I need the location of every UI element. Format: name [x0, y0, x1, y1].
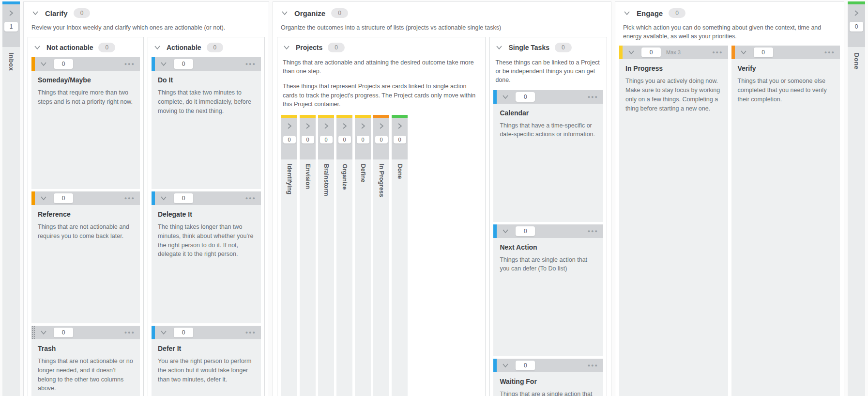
more-menu-icon[interactable]: ●●● [588, 229, 598, 234]
expand-right-icon[interactable] [396, 122, 404, 130]
card-title: Waiting For [500, 378, 597, 385]
card-max-label: Max 3 [666, 49, 681, 55]
projects-title: Projects [296, 44, 322, 51]
done-collapsed-column[interactable]: 0 Done [848, 1, 865, 396]
card-header[interactable]: 0 ●●● [31, 191, 140, 205]
chevron-down-icon[interactable] [502, 93, 509, 101]
card-description: Things that have a time-specific or date… [500, 121, 597, 140]
card-header[interactable]: 0 ●●● [152, 57, 261, 71]
card-header[interactable]: 0 ●●● [152, 326, 261, 339]
more-menu-icon[interactable]: ●●● [712, 50, 723, 55]
expand-right-icon[interactable] [304, 122, 312, 130]
chevron-down-icon[interactable] [495, 44, 503, 51]
card-body[interactable]: Verify Things that you or someone else c… [731, 59, 840, 396]
card-body[interactable]: Trash Things that are not actionable or … [31, 339, 140, 396]
organize-header[interactable]: Organize 0 [277, 6, 607, 19]
more-menu-icon[interactable]: ●●● [245, 196, 256, 201]
inbox-collapsed-column[interactable]: 1 Inbox [2, 1, 20, 396]
stage-label: Define [360, 164, 366, 396]
card-body[interactable]: In Progress Things you are actively doin… [619, 59, 728, 396]
card-count-badge: 0 [516, 361, 535, 370]
stage-identifying[interactable]: 0 Identifying [281, 115, 297, 396]
done-rail-body: Done [848, 47, 865, 396]
card-header[interactable]: 0 ●●● [152, 191, 261, 205]
card-header[interactable]: 0 ●●● [493, 359, 603, 372]
stage-done[interactable]: 0 Done [392, 115, 408, 396]
expand-right-icon[interactable] [7, 9, 15, 17]
chevron-down-icon[interactable] [627, 48, 635, 56]
more-menu-icon[interactable]: ●●● [124, 62, 135, 66]
chevron-down-icon[interactable] [740, 48, 747, 56]
expand-right-icon[interactable] [359, 122, 367, 130]
card-body[interactable]: Waiting For Things that are a single act… [493, 372, 603, 396]
not-actionable-count-badge: 0 [98, 43, 115, 52]
card-body[interactable]: Delegate It The thing takes longer than … [152, 205, 261, 323]
expand-right-icon[interactable] [286, 122, 293, 130]
inbox-rail-body: Inbox [2, 47, 20, 396]
chevron-down-icon[interactable] [281, 9, 289, 17]
chevron-down-icon[interactable] [623, 9, 631, 17]
expand-right-icon[interactable] [322, 122, 330, 130]
card-count-badge: 0 [641, 48, 661, 57]
single-tasks-header[interactable]: Single Tasks 0 [493, 41, 603, 55]
more-menu-icon[interactable]: ●●● [588, 95, 598, 99]
stage-brainstorm[interactable]: 0 Brainstorm [318, 115, 334, 396]
card-body[interactable]: Calendar Things that have a time-specifi… [493, 104, 603, 222]
engage-header[interactable]: Engage 0 [619, 6, 840, 19]
actionable-header[interactable]: Actionable 0 [152, 41, 261, 55]
more-menu-icon[interactable]: ●●● [124, 330, 135, 335]
chevron-down-icon[interactable] [33, 44, 41, 51]
chevron-down-icon[interactable] [160, 194, 168, 202]
expand-right-icon[interactable] [341, 122, 349, 130]
stage-envision[interactable]: 0 Envision [300, 115, 316, 396]
card-body[interactable]: Someday/Maybe Things that require more t… [31, 71, 140, 189]
stage-define[interactable]: 0 Define [355, 115, 371, 396]
organize-count-badge: 0 [331, 8, 348, 18]
more-menu-icon[interactable]: ●●● [245, 330, 256, 335]
chevron-down-icon[interactable] [502, 227, 509, 235]
expand-right-icon[interactable] [378, 122, 385, 130]
chevron-down-icon[interactable] [160, 60, 168, 68]
card-header[interactable]: 0 ●●● [31, 57, 140, 71]
card-header[interactable]: 0 ●●● [493, 90, 603, 104]
card-header[interactable]: 0 Max 3 ●●● [619, 46, 728, 59]
chevron-down-icon[interactable] [502, 362, 509, 369]
card-body[interactable]: Defer It You are the right person to per… [152, 339, 261, 396]
not-actionable-header[interactable]: Not actionable 0 [31, 41, 140, 55]
more-menu-icon[interactable]: ●●● [588, 363, 598, 368]
card-do-it: 0 ●●● Do It Things that take two minutes… [152, 57, 261, 189]
stage-organize[interactable]: 0 Organize [336, 115, 352, 396]
projects-header[interactable]: Projects 0 [281, 41, 482, 55]
expand-right-icon[interactable] [853, 9, 860, 17]
more-menu-icon[interactable]: ●●● [824, 50, 835, 55]
card-header[interactable]: 0 ●●● [31, 326, 140, 339]
stage-header: 0 [318, 118, 334, 159]
more-menu-icon[interactable]: ●●● [245, 62, 256, 66]
chevron-down-icon[interactable] [40, 329, 47, 336]
card-header[interactable]: 0 ●●● [731, 46, 840, 59]
chevron-down-icon[interactable] [283, 44, 290, 51]
stage-in-progress[interactable]: 0 In Progress [373, 115, 389, 396]
card-color-bar [152, 57, 155, 71]
card-verify: 0 ●●● Verify Things that you or someone … [731, 46, 840, 396]
chevron-down-icon[interactable] [40, 60, 47, 68]
card-description: Things that take two minutes to complete… [158, 88, 255, 115]
chevron-down-icon[interactable] [40, 194, 47, 202]
more-menu-icon[interactable]: ●●● [124, 196, 135, 201]
card-body[interactable]: Reference Things that are not actionable… [31, 205, 140, 323]
chevron-down-icon[interactable] [31, 9, 39, 17]
chevron-down-icon[interactable] [153, 44, 161, 51]
chevron-down-icon[interactable] [160, 329, 168, 336]
section-clarify: Clarify 0 Review your Inbox weekly and c… [23, 1, 269, 396]
card-body[interactable]: Do It Things that take two minutes to co… [152, 71, 261, 189]
card-description: The thing takes longer than two minutes,… [158, 222, 255, 259]
card-header[interactable]: 0 ●●● [493, 224, 603, 238]
clarify-header[interactable]: Clarify 0 [28, 6, 265, 19]
organize-description: Organize the outcomes into a structure o… [277, 19, 607, 37]
card-someday-maybe: 0 ●●● Someday/Maybe Things that require … [31, 57, 140, 189]
stage-header: 0 [300, 118, 316, 159]
single-tasks-count-badge: 0 [555, 43, 572, 52]
card-title: Calendar [500, 109, 597, 117]
card-body[interactable]: Next Action Things that are single actio… [493, 238, 603, 356]
done-rail-header: 0 [848, 4, 865, 47]
